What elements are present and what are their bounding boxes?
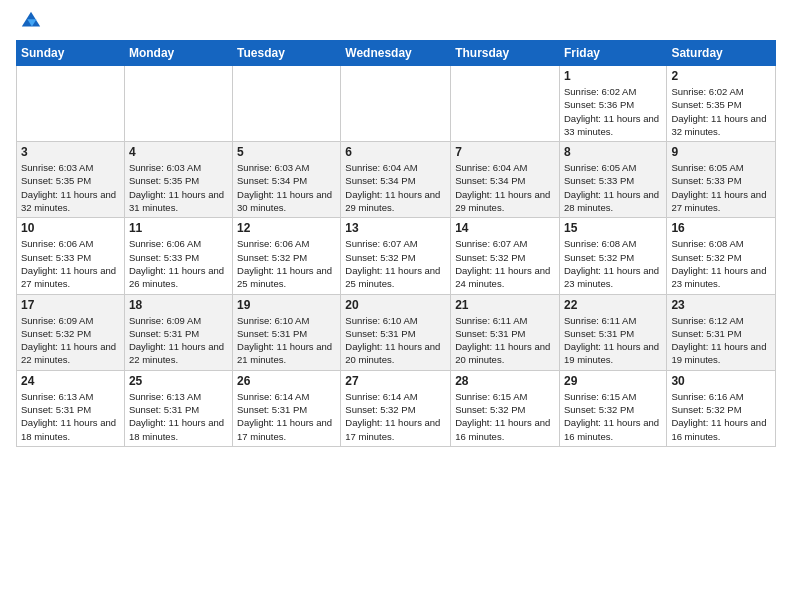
day-info: Sunrise: 6:09 AMSunset: 5:31 PMDaylight:… bbox=[129, 314, 228, 367]
day-info: Sunrise: 6:12 AMSunset: 5:31 PMDaylight:… bbox=[671, 314, 771, 367]
day-info: Sunrise: 6:10 AMSunset: 5:31 PMDaylight:… bbox=[345, 314, 446, 367]
day-number: 26 bbox=[237, 374, 336, 388]
calendar-cell: 24Sunrise: 6:13 AMSunset: 5:31 PMDayligh… bbox=[17, 370, 125, 446]
day-info: Sunrise: 6:14 AMSunset: 5:31 PMDaylight:… bbox=[237, 390, 336, 443]
day-number: 28 bbox=[455, 374, 555, 388]
calendar-cell: 13Sunrise: 6:07 AMSunset: 5:32 PMDayligh… bbox=[341, 218, 451, 294]
day-number: 21 bbox=[455, 298, 555, 312]
calendar-header-tuesday: Tuesday bbox=[233, 41, 341, 66]
day-info: Sunrise: 6:04 AMSunset: 5:34 PMDaylight:… bbox=[455, 161, 555, 214]
day-number: 22 bbox=[564, 298, 662, 312]
day-number: 17 bbox=[21, 298, 120, 312]
calendar-cell bbox=[341, 66, 451, 142]
calendar-cell: 23Sunrise: 6:12 AMSunset: 5:31 PMDayligh… bbox=[667, 294, 776, 370]
day-number: 20 bbox=[345, 298, 446, 312]
calendar-cell bbox=[233, 66, 341, 142]
calendar-cell: 5Sunrise: 6:03 AMSunset: 5:34 PMDaylight… bbox=[233, 142, 341, 218]
calendar-header-sunday: Sunday bbox=[17, 41, 125, 66]
calendar-cell: 1Sunrise: 6:02 AMSunset: 5:36 PMDaylight… bbox=[559, 66, 666, 142]
day-info: Sunrise: 6:13 AMSunset: 5:31 PMDaylight:… bbox=[21, 390, 120, 443]
logo-icon bbox=[20, 10, 42, 32]
calendar-cell: 30Sunrise: 6:16 AMSunset: 5:32 PMDayligh… bbox=[667, 370, 776, 446]
day-number: 4 bbox=[129, 145, 228, 159]
day-number: 18 bbox=[129, 298, 228, 312]
day-number: 6 bbox=[345, 145, 446, 159]
calendar-header-wednesday: Wednesday bbox=[341, 41, 451, 66]
day-info: Sunrise: 6:10 AMSunset: 5:31 PMDaylight:… bbox=[237, 314, 336, 367]
day-info: Sunrise: 6:14 AMSunset: 5:32 PMDaylight:… bbox=[345, 390, 446, 443]
calendar-cell: 16Sunrise: 6:08 AMSunset: 5:32 PMDayligh… bbox=[667, 218, 776, 294]
calendar-header-saturday: Saturday bbox=[667, 41, 776, 66]
calendar-cell bbox=[17, 66, 125, 142]
day-number: 1 bbox=[564, 69, 662, 83]
calendar-cell: 2Sunrise: 6:02 AMSunset: 5:35 PMDaylight… bbox=[667, 66, 776, 142]
calendar-cell: 29Sunrise: 6:15 AMSunset: 5:32 PMDayligh… bbox=[559, 370, 666, 446]
calendar-cell: 22Sunrise: 6:11 AMSunset: 5:31 PMDayligh… bbox=[559, 294, 666, 370]
day-info: Sunrise: 6:06 AMSunset: 5:33 PMDaylight:… bbox=[21, 237, 120, 290]
calendar-cell: 12Sunrise: 6:06 AMSunset: 5:32 PMDayligh… bbox=[233, 218, 341, 294]
calendar-cell: 9Sunrise: 6:05 AMSunset: 5:33 PMDaylight… bbox=[667, 142, 776, 218]
day-info: Sunrise: 6:13 AMSunset: 5:31 PMDaylight:… bbox=[129, 390, 228, 443]
day-number: 27 bbox=[345, 374, 446, 388]
day-number: 29 bbox=[564, 374, 662, 388]
calendar-cell: 3Sunrise: 6:03 AMSunset: 5:35 PMDaylight… bbox=[17, 142, 125, 218]
day-number: 2 bbox=[671, 69, 771, 83]
day-info: Sunrise: 6:16 AMSunset: 5:32 PMDaylight:… bbox=[671, 390, 771, 443]
calendar-cell bbox=[124, 66, 232, 142]
day-number: 30 bbox=[671, 374, 771, 388]
day-number: 13 bbox=[345, 221, 446, 235]
calendar-cell: 11Sunrise: 6:06 AMSunset: 5:33 PMDayligh… bbox=[124, 218, 232, 294]
day-number: 16 bbox=[671, 221, 771, 235]
calendar-cell: 10Sunrise: 6:06 AMSunset: 5:33 PMDayligh… bbox=[17, 218, 125, 294]
day-info: Sunrise: 6:04 AMSunset: 5:34 PMDaylight:… bbox=[345, 161, 446, 214]
page: SundayMondayTuesdayWednesdayThursdayFrid… bbox=[0, 0, 792, 457]
calendar-cell: 18Sunrise: 6:09 AMSunset: 5:31 PMDayligh… bbox=[124, 294, 232, 370]
calendar-header-thursday: Thursday bbox=[451, 41, 560, 66]
day-info: Sunrise: 6:08 AMSunset: 5:32 PMDaylight:… bbox=[671, 237, 771, 290]
calendar-cell: 20Sunrise: 6:10 AMSunset: 5:31 PMDayligh… bbox=[341, 294, 451, 370]
day-number: 25 bbox=[129, 374, 228, 388]
day-number: 14 bbox=[455, 221, 555, 235]
day-info: Sunrise: 6:08 AMSunset: 5:32 PMDaylight:… bbox=[564, 237, 662, 290]
calendar-cell: 15Sunrise: 6:08 AMSunset: 5:32 PMDayligh… bbox=[559, 218, 666, 294]
day-number: 5 bbox=[237, 145, 336, 159]
day-info: Sunrise: 6:03 AMSunset: 5:35 PMDaylight:… bbox=[21, 161, 120, 214]
day-number: 3 bbox=[21, 145, 120, 159]
day-info: Sunrise: 6:05 AMSunset: 5:33 PMDaylight:… bbox=[564, 161, 662, 214]
day-info: Sunrise: 6:15 AMSunset: 5:32 PMDaylight:… bbox=[564, 390, 662, 443]
day-info: Sunrise: 6:05 AMSunset: 5:33 PMDaylight:… bbox=[671, 161, 771, 214]
calendar-header-friday: Friday bbox=[559, 41, 666, 66]
day-info: Sunrise: 6:07 AMSunset: 5:32 PMDaylight:… bbox=[455, 237, 555, 290]
day-number: 11 bbox=[129, 221, 228, 235]
day-info: Sunrise: 6:11 AMSunset: 5:31 PMDaylight:… bbox=[564, 314, 662, 367]
day-info: Sunrise: 6:02 AMSunset: 5:35 PMDaylight:… bbox=[671, 85, 771, 138]
day-info: Sunrise: 6:03 AMSunset: 5:35 PMDaylight:… bbox=[129, 161, 228, 214]
day-info: Sunrise: 6:02 AMSunset: 5:36 PMDaylight:… bbox=[564, 85, 662, 138]
day-info: Sunrise: 6:11 AMSunset: 5:31 PMDaylight:… bbox=[455, 314, 555, 367]
calendar-cell: 4Sunrise: 6:03 AMSunset: 5:35 PMDaylight… bbox=[124, 142, 232, 218]
day-number: 8 bbox=[564, 145, 662, 159]
day-number: 12 bbox=[237, 221, 336, 235]
calendar-cell: 27Sunrise: 6:14 AMSunset: 5:32 PMDayligh… bbox=[341, 370, 451, 446]
calendar-cell: 26Sunrise: 6:14 AMSunset: 5:31 PMDayligh… bbox=[233, 370, 341, 446]
calendar-cell: 7Sunrise: 6:04 AMSunset: 5:34 PMDaylight… bbox=[451, 142, 560, 218]
day-info: Sunrise: 6:03 AMSunset: 5:34 PMDaylight:… bbox=[237, 161, 336, 214]
calendar-cell bbox=[451, 66, 560, 142]
day-info: Sunrise: 6:07 AMSunset: 5:32 PMDaylight:… bbox=[345, 237, 446, 290]
day-number: 7 bbox=[455, 145, 555, 159]
calendar-cell: 14Sunrise: 6:07 AMSunset: 5:32 PMDayligh… bbox=[451, 218, 560, 294]
calendar-cell: 21Sunrise: 6:11 AMSunset: 5:31 PMDayligh… bbox=[451, 294, 560, 370]
day-info: Sunrise: 6:06 AMSunset: 5:32 PMDaylight:… bbox=[237, 237, 336, 290]
day-number: 15 bbox=[564, 221, 662, 235]
day-info: Sunrise: 6:06 AMSunset: 5:33 PMDaylight:… bbox=[129, 237, 228, 290]
calendar-cell: 6Sunrise: 6:04 AMSunset: 5:34 PMDaylight… bbox=[341, 142, 451, 218]
calendar-cell: 25Sunrise: 6:13 AMSunset: 5:31 PMDayligh… bbox=[124, 370, 232, 446]
day-number: 23 bbox=[671, 298, 771, 312]
logo bbox=[16, 10, 42, 32]
day-number: 10 bbox=[21, 221, 120, 235]
calendar-cell: 17Sunrise: 6:09 AMSunset: 5:32 PMDayligh… bbox=[17, 294, 125, 370]
day-number: 19 bbox=[237, 298, 336, 312]
calendar-header-monday: Monday bbox=[124, 41, 232, 66]
day-info: Sunrise: 6:15 AMSunset: 5:32 PMDaylight:… bbox=[455, 390, 555, 443]
calendar-cell: 28Sunrise: 6:15 AMSunset: 5:32 PMDayligh… bbox=[451, 370, 560, 446]
